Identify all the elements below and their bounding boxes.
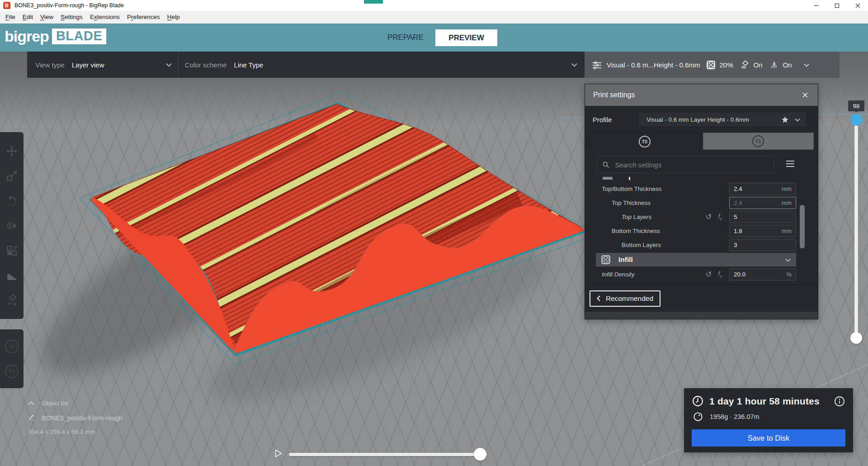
setting-value: 3 <box>734 242 792 248</box>
setting-value-input[interactable]: 5 <box>729 211 796 223</box>
extruder-t1-icon[interactable]: T1 <box>5 365 19 378</box>
profile-label: Profile <box>593 116 638 124</box>
settings-scrollbar[interactable] <box>800 205 805 248</box>
chevron-down-icon <box>166 61 172 69</box>
summary-support-value: On <box>754 61 763 69</box>
menu-edit[interactable]: Edit <box>19 12 37 22</box>
setting-label: Bottom Layers <box>585 242 729 248</box>
print-settings-header[interactable]: Print settings <box>585 84 818 106</box>
chevron-left-icon <box>597 295 600 301</box>
model-front-left-face <box>90 197 234 353</box>
setting-row: Top Thickness2.4mm <box>585 196 818 210</box>
job-info-panel: 1 day 1 hour 58 minutes 1958g · 236.07m … <box>684 388 853 452</box>
summary-infill-value: 20% <box>719 61 733 69</box>
setting-row: Infill Density↺fx20.0% <box>585 267 818 281</box>
info-icon[interactable] <box>834 396 845 407</box>
object-info: Object list BONE3_positiv-Form-rough 304… <box>28 399 123 435</box>
move-tool-icon[interactable] <box>5 144 19 158</box>
star-icon[interactable] <box>781 116 789 124</box>
close-button[interactable] <box>847 0 868 11</box>
setting-value-input[interactable]: 20.0% <box>729 268 796 281</box>
menu-help[interactable]: Help <box>164 12 184 22</box>
extruder-tab-t1[interactable]: T1 <box>703 133 814 150</box>
rotate-tool-icon[interactable] <box>5 194 19 208</box>
setting-value: 2.4 <box>734 185 782 192</box>
per-model-settings-tool-icon[interactable] <box>5 244 19 257</box>
recommended-button[interactable]: Recommended <box>590 290 660 307</box>
tab-prepare[interactable]: PREPARE <box>387 24 424 52</box>
chevron-down-icon[interactable] <box>804 61 809 69</box>
app-icon: B <box>3 2 10 9</box>
print-settings-summary[interactable]: Visual - 0.6 m...Height - 0.6mm 20% On O… <box>585 52 840 78</box>
panel-resize-handle[interactable]: ··· <box>585 312 818 319</box>
menu-file[interactable]: File <box>2 12 19 22</box>
extruder-tab-t0[interactable]: T0 <box>589 133 700 150</box>
extruder-t0-icon[interactable]: T0 <box>5 340 19 353</box>
material-estimate: 1958g · 236.07m <box>710 413 760 420</box>
chevron-down-icon <box>571 61 577 69</box>
view-options-toolbar: View type Layer view Color scheme Line T… <box>27 52 840 78</box>
setting-value-input[interactable]: 2.4mm <box>729 183 796 195</box>
skirt-outline <box>80 91 598 365</box>
object-list-label: Object list <box>42 400 68 407</box>
viewport-3d[interactable]: View type Layer view Color scheme Line T… <box>0 52 868 466</box>
layer-slider-track[interactable] <box>854 119 858 340</box>
menubar: FileEditViewSettingsExtensionsPreference… <box>0 11 868 24</box>
reset-icon[interactable]: ↺ <box>705 271 712 278</box>
layer-slider-top-handle[interactable] <box>850 114 862 126</box>
profile-dropdown[interactable]: Visual - 0.6 mm Layer Height - 0.6mm <box>638 112 807 127</box>
formula-icon[interactable]: fx <box>718 270 722 279</box>
menu-settings[interactable]: Settings <box>57 12 86 22</box>
setting-row: Bottom Thickness1.8mm <box>585 224 818 238</box>
minimize-icon <box>814 3 819 8</box>
settings-list: Top/Bottom Thickness2.4mmTop Thickness2.… <box>585 177 818 285</box>
steps-tool-icon[interactable] <box>5 269 19 282</box>
setting-value-input[interactable]: 3 <box>729 239 796 251</box>
print-time-estimate: 1 day 1 hour 58 minutes <box>709 396 834 407</box>
setting-value-input[interactable]: 2.4mm <box>729 197 796 209</box>
search-settings-input[interactable]: Search settings <box>596 156 774 173</box>
adhesion-icon <box>769 60 780 70</box>
save-to-disk-button[interactable]: Save to Disk <box>692 429 845 447</box>
menu-preferences[interactable]: Preferences <box>123 12 164 22</box>
settings-menu-icon[interactable] <box>786 160 795 169</box>
close-panel-button[interactable] <box>801 90 810 100</box>
titlebar-accent <box>364 0 383 4</box>
app-header: bigrep BLADE PREPARE PREVIEW <box>0 24 868 52</box>
window-title: BONE3_positiv-Form-rough - BigRep Blade <box>14 2 124 9</box>
maximize-icon <box>835 3 840 8</box>
titlebar: B BONE3_positiv-Form-rough - BigRep Blad… <box>0 0 868 11</box>
setting-label: Top Thickness <box>585 200 729 206</box>
path-slider-handle[interactable] <box>474 448 486 461</box>
minimize-button[interactable] <box>806 0 826 11</box>
object-list-item[interactable]: BONE3_positiv-Form-rough <box>28 414 123 422</box>
support-blocker-tool-icon[interactable] <box>5 294 19 307</box>
close-icon <box>802 92 808 98</box>
scale-tool-icon[interactable] <box>5 169 19 183</box>
view-type-dropdown[interactable]: View type Layer view <box>27 52 178 78</box>
view-type-value: Layer view <box>72 61 104 69</box>
menu-extensions[interactable]: Extensions <box>86 12 123 22</box>
object-list-toggle[interactable]: Object list <box>28 399 123 407</box>
color-scheme-dropdown[interactable]: Color scheme Line Type <box>178 52 585 78</box>
mirror-tool-icon[interactable] <box>5 219 19 233</box>
maximize-button[interactable] <box>826 0 847 11</box>
section-header-infill[interactable]: Infill <box>596 253 796 266</box>
section-label: Infill <box>618 256 785 264</box>
menu-view[interactable]: View <box>37 12 57 22</box>
object-dimensions: 304.4 x 359.4 x 59.1 mm <box>28 428 123 435</box>
path-slider-track[interactable] <box>289 453 487 456</box>
play-icon[interactable] <box>275 449 283 460</box>
object-name: BONE3_positiv-Form-rough <box>42 414 123 422</box>
model-shadow <box>17 146 344 407</box>
infill-icon <box>601 255 610 264</box>
setting-label: Bottom Thickness <box>585 228 729 234</box>
reset-icon[interactable]: ↺ <box>705 213 712 221</box>
setting-value-input[interactable]: 1.8mm <box>729 225 796 237</box>
formula-icon[interactable]: fx <box>718 213 722 221</box>
model-top-surface <box>93 104 582 348</box>
layer-slider-bottom-handle[interactable] <box>850 332 862 344</box>
model-top-stripes <box>93 104 582 348</box>
setting-value: 20.0 <box>734 271 786 278</box>
tab-preview[interactable]: PREVIEW <box>435 29 497 46</box>
